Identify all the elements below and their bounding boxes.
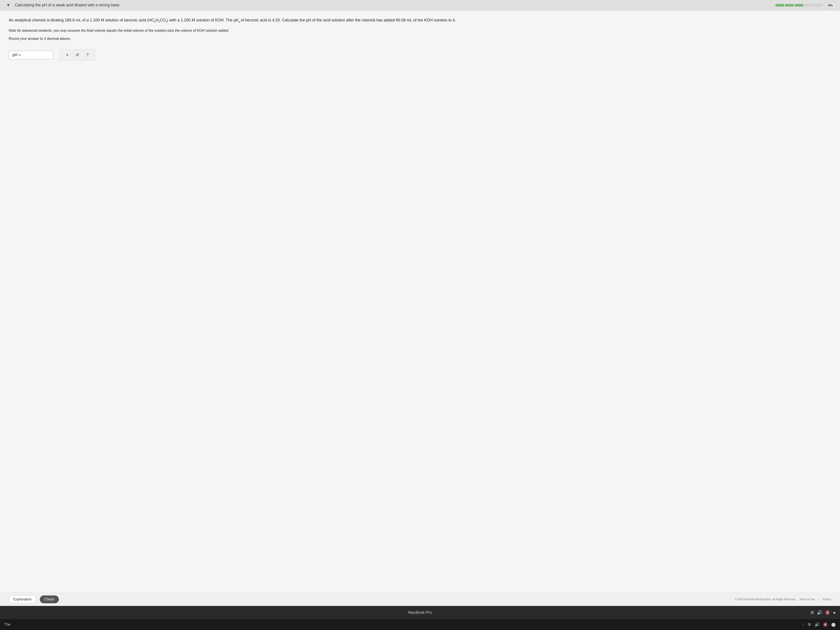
content-wrapper: An analytical chemist is titrating 180.6… bbox=[0, 11, 840, 592]
progress-seg-4 bbox=[804, 4, 813, 6]
taskbar-icon-4: ● bbox=[833, 610, 835, 615]
taskbar-icon-1: ⚙ bbox=[810, 610, 814, 615]
answer-row: pH = × ↺ ? bbox=[9, 49, 831, 60]
progress-bar bbox=[775, 4, 823, 6]
bottom-icon-gear: ⚙ bbox=[808, 622, 811, 627]
taskbar-bottom: The 〈 ⚙ 🔊 🔇 ⬤ bbox=[0, 619, 840, 630]
taskbar: MacBook Pro ⚙ 🔊 🔇 ● bbox=[0, 606, 840, 619]
undo-button[interactable]: ↺ bbox=[74, 51, 81, 58]
bottom-icon-circle: ⬤ bbox=[831, 622, 835, 627]
progress-seg-3 bbox=[795, 4, 804, 6]
header-right: Allo bbox=[775, 2, 835, 8]
taskbar-bottom-text: The bbox=[5, 622, 11, 627]
ph-label: pH = bbox=[13, 53, 21, 57]
taskbar-icon-2: 🔊 bbox=[817, 610, 822, 615]
page-header: ▼ Calculating the pH of a weak acid titr… bbox=[0, 0, 840, 11]
question-text: An analytical chemist is titrating 180.6… bbox=[9, 17, 831, 24]
close-button[interactable]: × bbox=[64, 52, 70, 58]
taskbar-right: ⚙ 🔊 🔇 ● bbox=[810, 610, 835, 615]
page-title: Calculating the pH of a weak acid titrat… bbox=[15, 3, 120, 8]
footer-copyright: © 2020 McGraw-Hill Education. All Rights… bbox=[735, 598, 831, 601]
taskbar-icon-3: 🔇 bbox=[825, 610, 831, 615]
allow-button[interactable]: Allo bbox=[825, 2, 835, 8]
ph-input-container: pH = bbox=[9, 51, 53, 59]
progress-seg-2 bbox=[785, 4, 794, 6]
separator: | bbox=[819, 598, 819, 601]
bottom-icon-sound: 🔊 bbox=[815, 622, 819, 627]
bottom-icon-mute: 🔇 bbox=[823, 622, 828, 627]
check-button[interactable]: Check bbox=[40, 595, 59, 603]
progress-seg-1 bbox=[775, 4, 784, 6]
progress-seg-5 bbox=[814, 4, 823, 6]
help-button[interactable]: ? bbox=[84, 52, 90, 58]
note-text: Note for advanced students: you may assu… bbox=[9, 28, 831, 33]
content-spacer bbox=[9, 69, 831, 588]
footer: Explanation Check © 2020 McGraw-Hill Edu… bbox=[0, 592, 840, 606]
explanation-button[interactable]: Explanation bbox=[9, 595, 36, 603]
action-buttons-group: × ↺ ? bbox=[60, 49, 95, 60]
ph-input[interactable] bbox=[23, 53, 49, 57]
taskbar-center-text: MacBook Pro bbox=[408, 610, 432, 615]
bottom-icons: 〈 ⚙ 🔊 🔇 ⬤ bbox=[800, 622, 835, 627]
bottom-icon-back: 〈 bbox=[800, 622, 804, 627]
terms-link[interactable]: Terms of Use bbox=[799, 598, 815, 601]
collapse-button[interactable]: ▼ bbox=[5, 2, 12, 8]
footer-buttons: Explanation Check bbox=[9, 595, 59, 603]
round-text: Round your answer to 2 decimal places. bbox=[9, 37, 831, 41]
privacy-link[interactable]: Privacy bbox=[823, 598, 831, 601]
copyright-text: © 2020 McGraw-Hill Education. All Rights… bbox=[735, 598, 796, 601]
